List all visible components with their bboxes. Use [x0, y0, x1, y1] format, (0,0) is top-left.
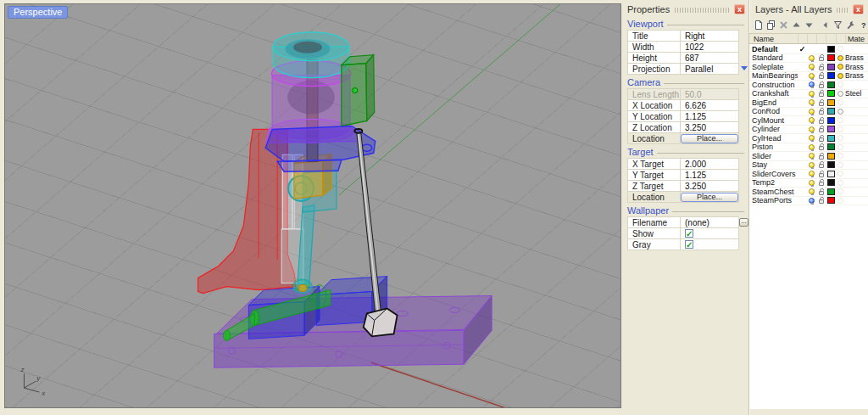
layer-lock-cell[interactable]: [816, 117, 826, 124]
layer-name[interactable]: SliderCovers: [752, 170, 798, 178]
layer-name[interactable]: ConRod: [752, 107, 798, 115]
layer-lock-cell[interactable]: [816, 135, 826, 142]
layer-lock-cell[interactable]: [816, 161, 826, 168]
help-icon[interactable]: ?: [859, 20, 868, 31]
material-circle-icon[interactable]: [837, 135, 843, 141]
material-circle-icon[interactable]: [837, 180, 843, 186]
layer-row[interactable]: SoleplateBrass: [749, 63, 868, 72]
layer-color-cell[interactable]: [826, 117, 836, 124]
layer-material-cell[interactable]: [836, 188, 845, 194]
layer-name[interactable]: Slider: [752, 152, 798, 160]
layer-material-cell[interactable]: [836, 180, 845, 186]
material-circle-icon[interactable]: [837, 198, 843, 204]
collapse-icon[interactable]: [821, 20, 830, 31]
material-circle-icon[interactable]: [837, 91, 843, 97]
layer-material-cell[interactable]: [836, 144, 845, 150]
layer-color-swatch[interactable]: [827, 81, 835, 88]
layer-color-swatch[interactable]: [827, 179, 835, 186]
layer-color-cell[interactable]: [826, 126, 836, 132]
layer-material-cell[interactable]: [836, 162, 845, 168]
layer-row[interactable]: SliderCovers: [749, 170, 868, 179]
property-value[interactable]: 2.000: [681, 159, 738, 169]
layer-color-cell[interactable]: [826, 99, 836, 106]
layer-row[interactable]: BigEnd: [749, 98, 868, 108]
layer-name[interactable]: BigEnd: [752, 98, 798, 107]
layer-row[interactable]: Cylinder: [749, 126, 868, 135]
bulb-on-icon[interactable]: [809, 171, 815, 177]
layer-color-swatch[interactable]: [827, 143, 835, 150]
properties-drag-grip[interactable]: [675, 8, 731, 13]
unlock-icon[interactable]: [819, 146, 824, 150]
layer-lock-cell[interactable]: [816, 197, 826, 204]
layer-color-cell[interactable]: [826, 54, 836, 61]
unlock-icon[interactable]: [819, 84, 824, 88]
bulb-off-icon[interactable]: [809, 198, 815, 204]
layer-visibility-cell[interactable]: [807, 135, 816, 141]
layer-name[interactable]: Crankshaft: [752, 89, 798, 98]
layer-row[interactable]: CrankshaftSteel: [749, 90, 868, 99]
browse-button[interactable]: ...: [739, 218, 748, 227]
layer-visibility-cell[interactable]: [807, 99, 816, 105]
unlock-icon[interactable]: [819, 57, 824, 61]
layer-visibility-cell[interactable]: [807, 91, 816, 97]
viewport-title-label[interactable]: Perspective: [8, 6, 68, 19]
layer-name[interactable]: CylMount: [752, 116, 798, 125]
property-value[interactable]: 1022: [681, 42, 738, 52]
material-circle-icon[interactable]: [837, 73, 843, 79]
layer-visibility-cell[interactable]: [807, 117, 816, 123]
unlock-icon[interactable]: [819, 66, 824, 70]
layer-material-cell[interactable]: [836, 81, 845, 87]
properties-titlebar[interactable]: Properties x: [627, 3, 745, 16]
bulb-on-icon[interactable]: [809, 91, 815, 97]
filter-icon[interactable]: [833, 20, 843, 31]
layer-row[interactable]: Construction: [749, 81, 868, 90]
unlock-icon[interactable]: [819, 93, 824, 97]
layer-name[interactable]: Temp2: [752, 178, 798, 187]
bulb-on-icon[interactable]: [809, 117, 815, 123]
bulb-on-icon[interactable]: [809, 64, 815, 70]
layer-color-cell[interactable]: [826, 90, 836, 97]
layer-visibility-cell[interactable]: [807, 162, 816, 168]
layer-name[interactable]: CylHead: [752, 134, 798, 143]
unlock-icon[interactable]: [819, 128, 824, 132]
column-header-name[interactable]: Name: [749, 35, 798, 43]
tools-wrench-icon[interactable]: [846, 20, 855, 31]
unlock-icon[interactable]: [819, 164, 824, 168]
material-circle-icon[interactable]: [837, 109, 843, 115]
layer-name[interactable]: SteamPorts: [752, 196, 798, 205]
layer-color-swatch[interactable]: [827, 46, 835, 53]
bulb-on-icon[interactable]: [809, 109, 815, 115]
layer-visibility-cell[interactable]: [807, 55, 816, 61]
layer-visibility-cell[interactable]: [807, 188, 816, 194]
layer-material-cell[interactable]: [836, 153, 845, 159]
property-value[interactable]: Right: [681, 31, 738, 41]
layer-lock-cell[interactable]: [816, 90, 826, 97]
bulb-on-icon[interactable]: [809, 144, 815, 150]
layer-name[interactable]: Construction: [752, 81, 798, 89]
unlock-icon[interactable]: [819, 137, 824, 142]
layer-material-cell[interactable]: [836, 73, 845, 79]
unlock-icon[interactable]: [819, 199, 824, 204]
layer-color-swatch[interactable]: [827, 72, 835, 79]
property-value[interactable]: (none): [681, 217, 738, 227]
layer-material-cell[interactable]: [836, 135, 845, 141]
property-value[interactable]: 1.125: [681, 170, 738, 180]
checkbox[interactable]: ✓: [685, 229, 693, 238]
move-up-icon[interactable]: [792, 20, 801, 31]
layer-row[interactable]: ConRod: [749, 108, 868, 117]
layer-name[interactable]: Standard: [752, 53, 798, 62]
layer-lock-cell[interactable]: [816, 126, 826, 132]
bulb-on-icon[interactable]: [809, 162, 815, 168]
layer-visibility-cell[interactable]: [807, 73, 816, 79]
delete-layer-icon[interactable]: [779, 20, 788, 31]
layer-color-cell[interactable]: [826, 72, 836, 79]
layer-color-swatch[interactable]: [827, 108, 835, 115]
layer-material-name[interactable]: Brass: [845, 71, 868, 80]
layer-color-cell[interactable]: [826, 108, 836, 115]
property-value[interactable]: 1.125: [681, 111, 738, 121]
layer-lock-cell[interactable]: [816, 64, 826, 70]
layer-lock-cell[interactable]: [816, 54, 826, 61]
material-circle-icon[interactable]: [837, 144, 843, 150]
material-circle-icon[interactable]: [837, 126, 843, 132]
layer-row[interactable]: SteamChest: [749, 188, 868, 197]
